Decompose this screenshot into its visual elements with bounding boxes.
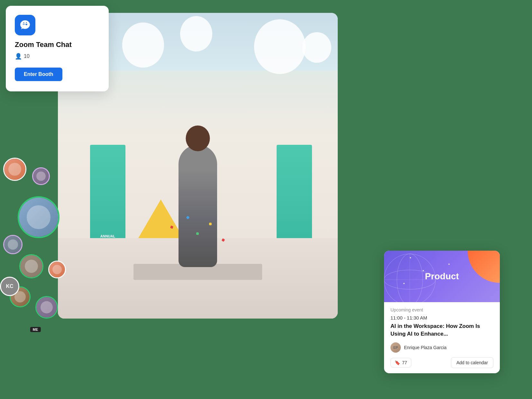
event-speaker: EP Enrique Plaza Garcia [390, 342, 493, 353]
avatar-4 [19, 254, 43, 278]
chat-icon-svg [19, 19, 31, 31]
avatar-7 [35, 296, 58, 319]
booth-attendees: 👤 10 [15, 53, 100, 60]
avatar-4-image [20, 255, 42, 277]
avatar-2 [32, 167, 50, 185]
avatar-3-image [4, 236, 22, 253]
avatar-kc: KC [0, 277, 19, 296]
upcoming-label: Upcoming event [390, 307, 493, 312]
bookmark-count: 🔖 77 [390, 358, 411, 367]
booth-title: Zoom Team Chat [15, 41, 100, 49]
avatars-cluster: ME KC [3, 158, 68, 335]
bookmark-icon: 🔖 [395, 360, 400, 365]
booth-card: Zoom Team Chat 👤 10 Enter Booth [6, 6, 109, 91]
booth-logo-icon [15, 15, 35, 35]
avatar-2-image [33, 168, 49, 184]
attendees-icon: 👤 [15, 53, 22, 60]
event-card-body: Upcoming event 11:00 - 11:30 AM AI in th… [384, 302, 500, 373]
event-card: Product Upcoming event 11:00 - 11:30 AM … [384, 251, 500, 373]
confetti [209, 223, 212, 225]
me-label: ME [30, 327, 41, 332]
star-dot-2 [448, 264, 450, 265]
accent-shape [468, 251, 500, 283]
avatar-1-image [4, 159, 25, 180]
avatar-3 [3, 235, 23, 254]
event-time: 11:00 - 11:30 AM [390, 315, 493, 320]
avatar-5 [48, 261, 66, 278]
speaker-name: Enrique Plaza Garcia [404, 345, 446, 350]
enter-booth-button[interactable]: Enter Booth [15, 68, 62, 81]
event-header-label: Product [425, 271, 459, 282]
add-to-calendar-button[interactable]: Add to calendar [451, 357, 493, 368]
avatar-5-image [49, 262, 65, 277]
bookmark-number: 77 [402, 360, 407, 365]
kc-label: KC [6, 283, 13, 289]
avatar-7-image [36, 297, 57, 318]
speaker-avatar: EP [390, 342, 401, 353]
speaker-head [186, 125, 210, 151]
event-title: AI in the Workspace: How Zoom Is Using A… [390, 322, 493, 338]
banner-left: ANNUALBUSINESSEVENT [90, 145, 125, 254]
confetti [196, 232, 199, 235]
banner-right: ANNUALBUSINESS [277, 145, 312, 254]
balloon-3 [254, 19, 306, 74]
balloon-1 [122, 23, 164, 68]
avatar-1 [3, 158, 26, 181]
yellow-triangle [138, 200, 183, 238]
attendees-count: 10 [24, 53, 30, 59]
event-card-footer: 🔖 77 Add to calendar [390, 357, 493, 368]
avatar-me-image [19, 198, 58, 237]
event-card-header: Product [384, 251, 500, 302]
balloon-4 [302, 32, 331, 63]
avatar-me [18, 196, 60, 238]
balloon-2 [180, 16, 212, 51]
speaker-silhouette [179, 145, 217, 267]
